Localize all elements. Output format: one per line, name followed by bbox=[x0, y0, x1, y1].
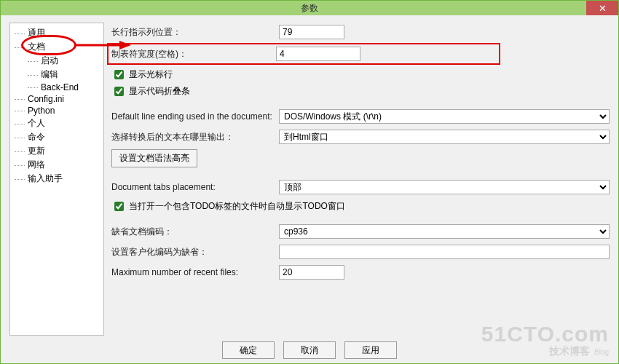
cancel-button[interactable]: 取消 bbox=[283, 341, 336, 359]
custom-encoding-label: 设置客户化编码为缺省： bbox=[111, 246, 279, 258]
tab-width-label: 制表符宽度(空格)： bbox=[111, 48, 276, 60]
apply-button[interactable]: 应用 bbox=[344, 341, 397, 359]
default-encoding-label: 缺省文档编码： bbox=[111, 226, 279, 238]
line-ending-label: Default line ending used in the document… bbox=[111, 111, 279, 122]
show-cursor-label: 显示光标行 bbox=[129, 68, 173, 81]
tree-item-personal[interactable]: 个人 bbox=[12, 116, 102, 130]
show-cursor-checkbox[interactable] bbox=[114, 70, 124, 79]
button-bar: 确定 取消 应用 bbox=[1, 336, 618, 364]
row-default-encoding: 缺省文档编码： cp936 bbox=[111, 223, 610, 240]
recent-files-label: Maximum number of recent files: bbox=[111, 267, 279, 277]
custom-encoding-input[interactable] bbox=[279, 245, 610, 259]
line-ending-select[interactable]: DOS/Windows 模式 (\r\n) bbox=[279, 109, 610, 124]
nav-tree[interactable]: 通用 文档 启动 编辑 Back-End Config.ini Python 个… bbox=[9, 23, 104, 336]
output-target-select[interactable]: 到Html窗口 bbox=[279, 130, 610, 144]
ok-button[interactable]: 确定 bbox=[222, 341, 275, 359]
row-custom-encoding: 设置客户化编码为缺省： bbox=[111, 244, 610, 260]
row-tab-width: 制表符宽度(空格)： bbox=[109, 44, 499, 63]
row-show-fold: 显示代码折叠条 bbox=[111, 84, 610, 98]
tree-item-python[interactable]: Python bbox=[12, 105, 102, 116]
tabs-placement-label: Document tabs placement: bbox=[111, 182, 279, 192]
tab-width-input[interactable] bbox=[276, 47, 360, 61]
tree-item-command[interactable]: 命令 bbox=[12, 130, 102, 144]
close-button[interactable]: ✕ bbox=[586, 1, 618, 15]
show-fold-label: 显示代码折叠条 bbox=[129, 85, 190, 98]
row-show-cursor: 显示光标行 bbox=[111, 68, 610, 82]
output-target-label: 选择转换后的文本在哪里输出： bbox=[111, 131, 279, 143]
row-syntax-hl: 设置文档语法高亮 bbox=[111, 149, 610, 167]
default-encoding-select[interactable]: cp936 bbox=[279, 224, 610, 239]
recent-files-input[interactable] bbox=[279, 265, 344, 280]
long-line-label: 长行指示列位置： bbox=[111, 26, 279, 39]
tree-item-edit[interactable]: 编辑 bbox=[12, 68, 102, 82]
tree-item-backend[interactable]: Back-End bbox=[12, 82, 102, 93]
row-line-ending: Default line ending used in the document… bbox=[111, 108, 610, 124]
row-output-target: 选择转换后的文本在哪里输出： 到Html窗口 bbox=[111, 129, 610, 145]
row-tabs-placement: Document tabs placement: 顶部 bbox=[111, 179, 610, 195]
auto-todo-label: 当打开一个包含TODO标签的文件时自动显示TODO窗口 bbox=[129, 200, 345, 213]
tree-item-update[interactable]: 更新 bbox=[12, 144, 102, 158]
close-icon: ✕ bbox=[599, 3, 607, 14]
tree-item-document[interactable]: 文档 bbox=[12, 40, 102, 54]
show-fold-checkbox[interactable] bbox=[114, 87, 124, 96]
tree-item-general[interactable]: 通用 bbox=[12, 26, 102, 40]
titlebar: 参数 ✕ bbox=[1, 1, 618, 15]
row-auto-todo: 当打开一个包含TODO标签的文件时自动显示TODO窗口 bbox=[111, 199, 610, 213]
settings-form: 长行指示列位置： 制表符宽度(空格)： 显示光标行 显示代码折叠条 Defaul… bbox=[111, 23, 610, 336]
dialog-body: 通用 文档 启动 编辑 Back-End Config.ini Python 个… bbox=[1, 15, 618, 336]
tabs-placement-select[interactable]: 顶部 bbox=[279, 180, 610, 194]
tree-item-input-helper[interactable]: 输入助手 bbox=[12, 172, 102, 186]
auto-todo-checkbox[interactable] bbox=[114, 202, 124, 211]
tree-item-startup[interactable]: 启动 bbox=[12, 54, 102, 68]
syntax-highlight-button[interactable]: 设置文档语法高亮 bbox=[111, 149, 197, 167]
row-long-line: 长行指示列位置： bbox=[111, 24, 610, 40]
row-recent-files: Maximum number of recent files: bbox=[111, 264, 610, 280]
tree-item-network[interactable]: 网络 bbox=[12, 158, 102, 172]
tree-item-config[interactable]: Config.ini bbox=[12, 93, 102, 105]
long-line-input[interactable] bbox=[279, 25, 344, 39]
parameters-dialog: 参数 ✕ 通用 文档 启动 编辑 Back-End Config.ini Pyt… bbox=[0, 0, 619, 364]
window-title: 参数 bbox=[301, 2, 318, 15]
